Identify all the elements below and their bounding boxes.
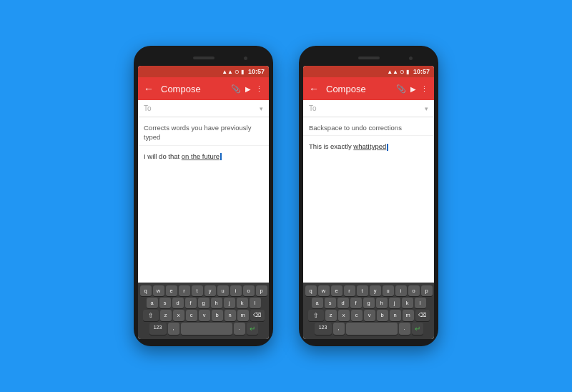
compose-area-left[interactable]: I will do that on the future — [138, 146, 269, 167]
key-comma-right[interactable]: , — [333, 323, 345, 335]
key-r-right[interactable]: r — [344, 285, 355, 296]
status-icons-left: ▲▲ ⊙ ▮ — [222, 69, 244, 75]
key-i-right[interactable]: i — [395, 285, 407, 296]
key-s-right[interactable]: s — [325, 298, 336, 308]
status-icons-right: ▲▲ ⊙ ▮ — [387, 69, 409, 75]
key-p-left[interactable]: p — [256, 285, 267, 296]
key-k-right[interactable]: k — [402, 298, 413, 308]
key-shift-left[interactable]: ⇧ — [143, 310, 159, 321]
key-o-right[interactable]: o — [408, 285, 420, 296]
more-icon-right[interactable]: ⋮ — [420, 84, 428, 94]
key-t-right[interactable]: t — [357, 285, 368, 296]
description-left: Corrects words you have previously typed — [138, 117, 269, 146]
to-field-left[interactable]: To ▾ — [138, 100, 269, 117]
key-i-left[interactable]: i — [230, 285, 242, 296]
key-x-left[interactable]: x — [173, 310, 184, 321]
key-u-right[interactable]: u — [383, 285, 394, 296]
key-h-right[interactable]: h — [376, 298, 388, 308]
speaker-right — [358, 57, 380, 59]
screen-right: ▲▲ ⊙ ▮ 10:57 ← Compose 📎 ▶ ⋮ To ▾ Backsp… — [303, 66, 434, 339]
key-num-right[interactable]: 123 — [315, 323, 332, 335]
key-num-left[interactable]: 123 — [149, 323, 167, 335]
send-icon-right[interactable]: ▶ — [410, 85, 416, 93]
description-right: Backspace to undo corrections — [303, 117, 434, 136]
key-y-left[interactable]: y — [204, 285, 216, 296]
key-n-right[interactable]: n — [390, 310, 401, 321]
to-field-right[interactable]: To ▾ — [303, 100, 434, 117]
key-p-right[interactable]: p — [421, 285, 433, 296]
to-label-right: To — [309, 104, 425, 112]
key-n-left[interactable]: n — [225, 310, 236, 321]
key-backspace-right[interactable]: ⌫ — [415, 310, 430, 321]
key-g-right[interactable]: g — [363, 298, 375, 308]
key-q-left[interactable]: q — [140, 285, 152, 296]
key-v-left[interactable]: v — [199, 310, 210, 321]
key-d-left[interactable]: d — [172, 298, 184, 308]
to-dropdown-right[interactable]: ▾ — [425, 105, 428, 112]
key-q-right[interactable]: q — [305, 285, 317, 296]
key-d-right[interactable]: d — [337, 298, 349, 308]
key-space-left[interactable] — [181, 323, 232, 335]
key-l-right[interactable]: l — [415, 298, 426, 308]
key-o-left[interactable]: o — [243, 285, 255, 296]
key-s-left[interactable]: s — [159, 298, 171, 308]
keyboard-left: q w e r t y u i o p a s d f g h j k l — [138, 283, 269, 339]
key-enter-left[interactable]: ↵ — [247, 323, 258, 335]
key-y-right[interactable]: y — [370, 285, 381, 296]
key-enter-right[interactable]: ↵ — [412, 323, 423, 335]
key-row-4-left: 123 , . ↵ — [139, 323, 267, 335]
key-comma-left[interactable]: , — [168, 323, 179, 335]
key-l-left[interactable]: l — [250, 298, 261, 308]
status-time-left: 10:57 — [248, 68, 265, 75]
key-v-right[interactable]: v — [364, 310, 375, 321]
key-j-right[interactable]: j — [389, 298, 400, 308]
key-z-right[interactable]: z — [325, 310, 337, 321]
back-button-left[interactable]: ← — [144, 83, 154, 94]
key-u-left[interactable]: u — [217, 285, 229, 296]
key-h-left[interactable]: h — [211, 298, 222, 308]
key-period-left[interactable]: . — [234, 323, 245, 335]
key-m-right[interactable]: m — [403, 310, 414, 321]
key-m-left[interactable]: m — [237, 310, 249, 321]
battery-icon-right: ▮ — [406, 69, 409, 75]
key-g-left[interactable]: g — [198, 298, 209, 308]
key-backspace-left[interactable]: ⌫ — [250, 310, 265, 321]
key-k-left[interactable]: k — [237, 298, 248, 308]
status-bar-left: ▲▲ ⊙ ▮ 10:57 — [138, 66, 269, 77]
key-c-left[interactable]: c — [186, 310, 197, 321]
key-w-right[interactable]: w — [318, 285, 330, 296]
key-j-left[interactable]: j — [224, 298, 235, 308]
key-f-left[interactable]: f — [185, 298, 197, 308]
back-button-right[interactable]: ← — [309, 83, 319, 94]
key-period-right[interactable]: . — [399, 323, 410, 335]
phone-right: ▲▲ ⊙ ▮ 10:57 ← Compose 📎 ▶ ⋮ To ▾ Backsp… — [299, 46, 438, 346]
key-f-right[interactable]: f — [350, 298, 362, 308]
key-row-2-right: a s d f g h j k l — [305, 298, 433, 308]
key-x-right[interactable]: x — [338, 310, 350, 321]
key-a-right[interactable]: a — [312, 298, 323, 308]
key-a-left[interactable]: a — [147, 298, 158, 308]
keyboard-right: q w e r t y u i o p a s d f g h j k l — [303, 283, 434, 339]
to-dropdown-left[interactable]: ▾ — [260, 105, 263, 112]
email-area-left: To ▾ Corrects words you have previously … — [138, 100, 269, 283]
key-c-right[interactable]: c — [351, 310, 363, 321]
send-icon-left[interactable]: ▶ — [245, 85, 251, 93]
key-t-left[interactable]: t — [192, 285, 203, 296]
key-shift-right[interactable]: ⇧ — [308, 310, 324, 321]
attach-icon-right[interactable]: 📎 — [396, 84, 406, 94]
key-space-right[interactable] — [346, 323, 398, 335]
key-e-left[interactable]: e — [166, 285, 177, 296]
key-z-left[interactable]: z — [160, 310, 172, 321]
key-b-left[interactable]: b — [212, 310, 223, 321]
key-b-right[interactable]: b — [377, 310, 388, 321]
cursor-right — [387, 144, 388, 151]
key-e-right[interactable]: e — [331, 285, 342, 296]
more-icon-left[interactable]: ⋮ — [255, 84, 263, 94]
status-bar-right: ▲▲ ⊙ ▮ 10:57 — [303, 66, 434, 77]
compose-area-right[interactable]: This is exactly whatItyped — [303, 136, 434, 157]
wifi-icon-right: ⊙ — [400, 69, 405, 75]
attach-icon-left[interactable]: 📎 — [231, 84, 241, 94]
key-w-left[interactable]: w — [153, 285, 164, 296]
compose-before-left: I will do that — [144, 152, 182, 160]
key-r-left[interactable]: r — [179, 285, 190, 296]
